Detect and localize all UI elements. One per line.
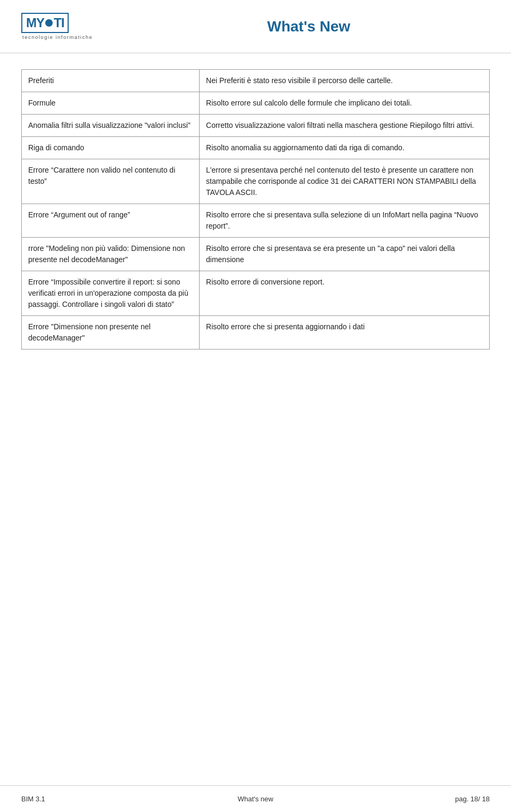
table-cell-right: Risolto errore che si presenta aggiornan… xyxy=(200,316,490,350)
logo-area: MY TI tecnologie informatiche xyxy=(21,13,128,40)
table-cell-right: Risolto errore sul calcolo delle formule… xyxy=(200,92,490,115)
table-row: Anomalia filtri sulla visualizzazione "v… xyxy=(22,115,490,137)
table-cell-right: Risolto anomalia su aggiornamento dati d… xyxy=(200,137,490,159)
table-cell-right: L'errore si presentava perché nel conten… xyxy=(200,159,490,204)
table-cell-left: rrore "Modeling non più valido: Dimensio… xyxy=(22,238,200,271)
table-row: Errore “Argument out of range”Risolto er… xyxy=(22,204,490,238)
table-row: rrore "Modeling non più valido: Dimensio… xyxy=(22,238,490,271)
table-row: Errore “Impossibile convertire il report… xyxy=(22,271,490,316)
page-title-area: What's New xyxy=(128,18,490,35)
logo-ti-text: TI xyxy=(54,15,64,30)
table-cell-left: Formule xyxy=(22,92,200,115)
table-cell-left: Errore "Dimensione non presente nel deco… xyxy=(22,316,200,350)
table-cell-left: Errore “Argument out of range” xyxy=(22,204,200,238)
table-row: PreferitiNei Preferiti è stato reso visi… xyxy=(22,70,490,92)
logo-top: MY TI xyxy=(21,13,69,33)
table-cell-right: Risolto errore che si presentava se era … xyxy=(200,238,490,271)
table-row: Riga di comandoRisolto anomalia su aggio… xyxy=(22,137,490,159)
table-cell-right: Nei Preferiti è stato reso visibile il p… xyxy=(200,70,490,92)
table-cell-left: Anomalia filtri sulla visualizzazione "v… xyxy=(22,115,200,137)
table-row: Errore "Dimensione non presente nel deco… xyxy=(22,316,490,350)
whats-new-table: PreferitiNei Preferiti è stato reso visi… xyxy=(21,69,490,350)
logo-my-text: MY xyxy=(26,15,44,30)
footer-center: What's new xyxy=(128,795,383,803)
table-row: Errore “Carattere non valido nel contenu… xyxy=(22,159,490,204)
page-header: MY TI tecnologie informatiche What's New xyxy=(0,0,511,53)
table-cell-left: Errore “Carattere non valido nel contenu… xyxy=(22,159,200,204)
table-cell-right: Risolto errore di conversione report. xyxy=(200,271,490,316)
logo-subtitle: tecnologie informatiche xyxy=(21,34,93,40)
table-cell-left: Errore “Impossibile convertire il report… xyxy=(22,271,200,316)
logo-circle-icon xyxy=(45,19,53,27)
table-cell-left: Preferiti xyxy=(22,70,200,92)
page-title: What's New xyxy=(128,18,490,35)
page-footer: BIM 3.1 What's new pag. 18/ 18 xyxy=(0,785,511,812)
table-cell-left: Riga di comando xyxy=(22,137,200,159)
footer-right: pag. 18/ 18 xyxy=(383,795,490,803)
table-row: FormuleRisolto errore sul calcolo delle … xyxy=(22,92,490,115)
table-cell-right: Risolto errore che si presentava sulla s… xyxy=(200,204,490,238)
logo-container: MY TI tecnologie informatiche xyxy=(21,13,128,40)
main-content: PreferitiNei Preferiti è stato reso visi… xyxy=(0,53,511,371)
footer-left: BIM 3.1 xyxy=(21,795,128,803)
table-cell-right: Corretto visualizzazione valori filtrati… xyxy=(200,115,490,137)
